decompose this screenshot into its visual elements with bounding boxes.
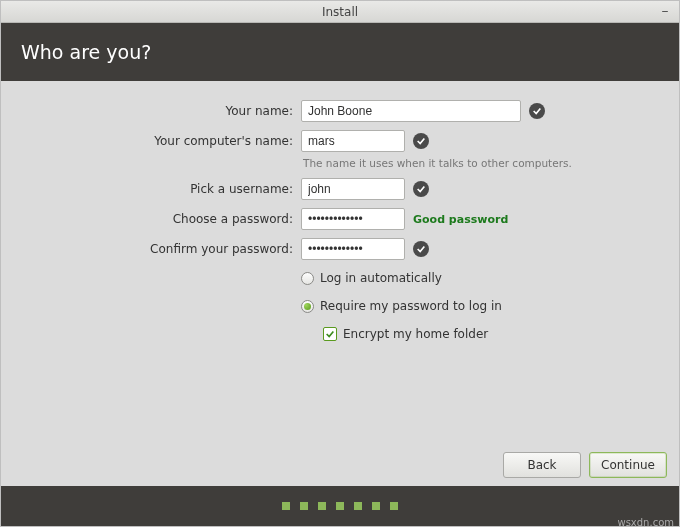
window-title: Install xyxy=(322,5,358,19)
progress-dot xyxy=(300,502,308,510)
login-password-option[interactable]: Require my password to log in xyxy=(301,295,659,317)
encrypt-home-option[interactable]: Encrypt my home folder xyxy=(301,323,659,345)
password-strength: Good password xyxy=(413,213,508,226)
progress-dot xyxy=(390,502,398,510)
progress-dot xyxy=(282,502,290,510)
hostname-input[interactable] xyxy=(301,130,405,152)
check-icon xyxy=(413,181,429,197)
login-auto-label: Log in automatically xyxy=(320,271,442,285)
check-icon xyxy=(413,133,429,149)
password-input[interactable] xyxy=(301,208,405,230)
confirm-input[interactable] xyxy=(301,238,405,260)
minimize-button[interactable]: – xyxy=(657,4,673,18)
button-bar: Back Continue xyxy=(503,452,667,478)
name-input[interactable] xyxy=(301,100,521,122)
password-label: Choose a password: xyxy=(21,207,301,231)
checkbox-icon xyxy=(323,327,337,341)
continue-button[interactable]: Continue xyxy=(589,452,667,478)
progress-footer xyxy=(1,486,679,526)
login-password-label: Require my password to log in xyxy=(320,299,502,313)
hostname-hint: The name it uses when it talks to other … xyxy=(301,157,659,169)
progress-dot xyxy=(318,502,326,510)
progress-dot xyxy=(336,502,344,510)
username-label: Pick a username: xyxy=(21,177,301,201)
user-form: Your name: Your computer's name: The nam… xyxy=(21,99,659,345)
encrypt-home-label: Encrypt my home folder xyxy=(343,327,488,341)
confirm-label: Confirm your password: xyxy=(21,237,301,261)
progress-dot xyxy=(354,502,362,510)
progress-dot xyxy=(372,502,380,510)
content-area: Your name: Your computer's name: The nam… xyxy=(1,81,679,486)
radio-icon xyxy=(301,272,314,285)
check-icon xyxy=(529,103,545,119)
name-label: Your name: xyxy=(21,99,301,123)
watermark: wsxdn.com xyxy=(617,517,674,527)
login-auto-option[interactable]: Log in automatically xyxy=(301,267,659,289)
username-input[interactable] xyxy=(301,178,405,200)
check-icon xyxy=(413,241,429,257)
back-button[interactable]: Back xyxy=(503,452,581,478)
titlebar: Install – xyxy=(1,1,679,23)
hostname-label: Your computer's name: xyxy=(21,129,301,153)
radio-icon xyxy=(301,300,314,313)
install-window: Install – Who are you? Your name: Your c… xyxy=(0,0,680,527)
page-title: Who are you? xyxy=(21,41,151,63)
page-header: Who are you? xyxy=(1,23,679,81)
